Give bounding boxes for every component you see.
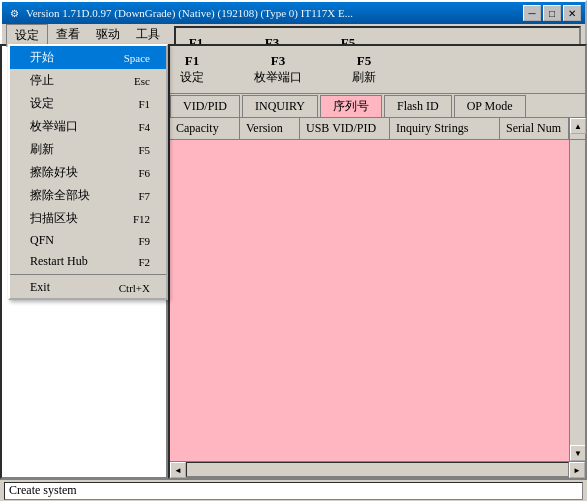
title-text: Version 1.71D.0.97 (DownGrade) (Native) … xyxy=(26,7,523,19)
tab-inquiry[interactable]: INQUIRY xyxy=(242,95,318,117)
f3-toolbar-button[interactable]: F3 枚举端口 xyxy=(254,53,302,86)
tab-bar: VID/PID INQUIRY 序列号 Flash ID OP Mode xyxy=(170,94,585,118)
menu-erase-all[interactable]: 擦除全部块 F7 xyxy=(10,184,166,207)
title-bar: ⚙ Version 1.71D.0.97 (DownGrade) (Native… xyxy=(2,2,585,24)
scroll-down-btn[interactable]: ▼ xyxy=(570,445,585,461)
menu-configure[interactable]: 设定 F1 xyxy=(10,92,166,115)
table-body: ▼ xyxy=(170,140,585,461)
menu-driver[interactable]: 驱动 xyxy=(88,24,128,45)
menu-refresh[interactable]: 刷新 F5 xyxy=(10,138,166,161)
vertical-scrollbar[interactable]: ▼ xyxy=(569,140,585,461)
window-controls: ─ □ ✕ xyxy=(523,5,581,21)
menu-erase-good[interactable]: 擦除好块 F6 xyxy=(10,161,166,184)
dropdown-menu: 开始 Space 停止 Esc 设定 F1 枚举端口 F4 刷新 F5 擦除好块… xyxy=(8,44,168,300)
hscroll-track[interactable] xyxy=(186,462,569,477)
menu-tools[interactable]: 工具 xyxy=(128,24,168,45)
menu-restart-hub[interactable]: Restart Hub F2 xyxy=(10,251,166,272)
scroll-up-btn[interactable]: ▲ xyxy=(570,118,586,134)
table-header: Capacity Version USB VID/PID Inquiry Str… xyxy=(170,118,585,140)
minimize-button[interactable]: ─ xyxy=(523,5,541,21)
close-button[interactable]: ✕ xyxy=(563,5,581,21)
f5-toolbar-button[interactable]: F5 刷新 xyxy=(352,53,376,86)
col-usbvidpid: USB VID/PID xyxy=(300,118,390,139)
status-text: Create system xyxy=(4,482,583,500)
col-version: Version xyxy=(240,118,300,139)
col-serialnum: Serial Num xyxy=(500,118,569,139)
hscroll-left-btn[interactable]: ◄ xyxy=(170,462,186,478)
tab-vidpid[interactable]: VID/PID xyxy=(170,95,240,117)
col-inquiry: Inquiry Strings xyxy=(390,118,500,139)
hscroll-right-btn[interactable]: ► xyxy=(569,462,585,478)
col-capacity: Capacity xyxy=(170,118,240,139)
horizontal-scrollbar[interactable]: ◄ ► xyxy=(170,461,585,477)
menu-view[interactable]: 查看 xyxy=(48,24,88,45)
menu-exit[interactable]: Exit Ctrl+X xyxy=(10,277,166,298)
tab-serialno[interactable]: 序列号 xyxy=(320,95,382,117)
menu-start[interactable]: 开始 Space xyxy=(10,46,166,69)
f1-toolbar-button[interactable]: F1 设定 xyxy=(180,53,204,86)
app-icon: ⚙ xyxy=(6,5,22,21)
menu-separator xyxy=(10,274,166,275)
maximize-button[interactable]: □ xyxy=(543,5,561,21)
status-bar: Create system xyxy=(0,479,587,501)
tab-opmode[interactable]: OP Mode xyxy=(454,95,526,117)
menu-stop[interactable]: 停止 Esc xyxy=(10,69,166,92)
tab-flashid[interactable]: Flash ID xyxy=(384,95,452,117)
menu-enum-port[interactable]: 枚举端口 F4 xyxy=(10,115,166,138)
menu-scan[interactable]: 扫描区块 F12 xyxy=(10,207,166,230)
menu-qfn[interactable]: QFN F9 xyxy=(10,230,166,251)
